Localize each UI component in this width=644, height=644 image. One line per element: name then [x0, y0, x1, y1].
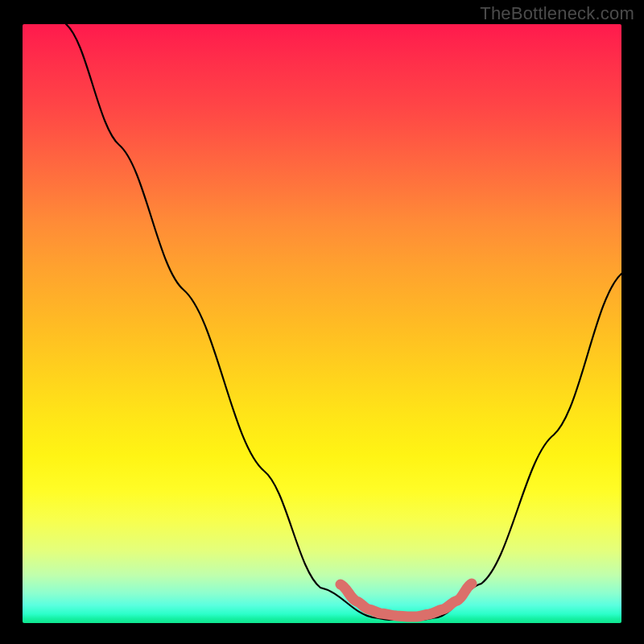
- watermark-text: TheBottleneck.com: [480, 3, 634, 24]
- chart-frame: TheBottleneck.com: [0, 0, 644, 644]
- curve-layer: [23, 24, 621, 623]
- plot-area: [23, 24, 621, 623]
- bottleneck-curve: [66, 24, 621, 620]
